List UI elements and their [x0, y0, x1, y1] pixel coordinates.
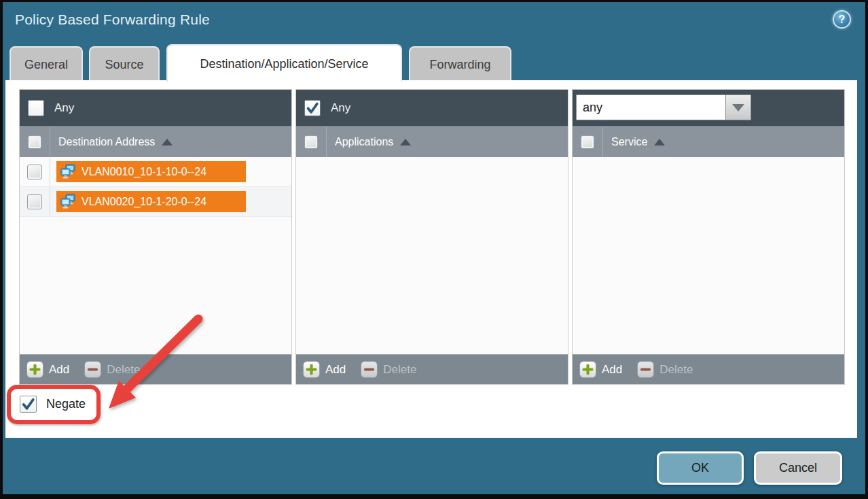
row-checkbox[interactable] [27, 165, 42, 179]
destination-delete-button[interactable]: Delete [84, 361, 140, 378]
applications-column: Any Applications Add D [295, 89, 568, 385]
applications-delete-button[interactable]: Delete [361, 361, 416, 378]
plus-icon [579, 361, 596, 378]
network-address-icon [60, 164, 77, 179]
destination-column-header: Destination Address [20, 126, 291, 157]
service-dropdown-value[interactable]: any [576, 94, 726, 120]
row-checkbox[interactable] [27, 194, 42, 209]
add-label: Add [602, 363, 622, 377]
tab-source[interactable]: Source [89, 46, 160, 82]
destination-address-chip[interactable]: VLAN0010_10-1-10-0--24 [56, 161, 246, 182]
destination-select-all-checkbox[interactable] [28, 135, 41, 149]
destination-header-label[interactable]: Destination Address [58, 136, 155, 148]
applications-list [296, 157, 568, 354]
destination-any-header: Any [20, 90, 291, 126]
tab-destination-application-service-label: Destination/Application/Service [200, 57, 368, 71]
table-row: VLAN0020_10-1-20-0--24 [20, 187, 291, 217]
destination-add-button[interactable]: Add [26, 361, 69, 378]
pbf-rule-dialog: Policy Based Forwarding Rule ? General S… [3, 2, 865, 494]
applications-header-label[interactable]: Applications [335, 136, 393, 148]
service-column-header: Service [573, 126, 844, 157]
tab-forwarding-label: Forwarding [429, 58, 490, 72]
service-column: any Service Add [572, 89, 845, 385]
dialog-title: Policy Based Forwarding Rule [15, 12, 210, 28]
service-dropdown: any [576, 94, 751, 120]
service-add-button[interactable]: Add [579, 361, 622, 378]
tab-content-panel: Any Destination Address [5, 80, 857, 438]
chevron-down-icon [732, 104, 744, 111]
applications-column-header: Applications [296, 126, 568, 157]
destination-address-value: VLAN0020_10-1-20-0--24 [82, 196, 206, 208]
minus-icon [361, 361, 378, 378]
cancel-button[interactable]: Cancel [754, 451, 842, 485]
minus-icon [637, 361, 654, 378]
tab-source-label: Source [105, 58, 143, 72]
applications-add-button[interactable]: Add [303, 361, 346, 378]
sort-ascending-icon [654, 139, 665, 145]
applications-any-checkbox[interactable] [304, 100, 321, 116]
table-row: VLAN0010_10-1-10-0--24 [20, 157, 291, 187]
sort-ascending-icon [400, 139, 411, 145]
applications-any-label: Any [331, 101, 350, 115]
tab-forwarding[interactable]: Forwarding [409, 46, 511, 82]
delete-label: Delete [383, 363, 416, 377]
destination-list: VLAN0010_10-1-10-0--24 [20, 157, 291, 354]
minus-icon [84, 361, 101, 378]
plus-icon [303, 361, 320, 378]
delete-label: Delete [659, 363, 693, 377]
destination-address-value: VLAN0010_10-1-10-0--24 [82, 166, 206, 178]
service-delete-button[interactable]: Delete [637, 361, 693, 378]
service-list [573, 157, 844, 354]
service-select-all-checkbox[interactable] [581, 135, 594, 149]
destination-column: Any Destination Address [19, 89, 292, 385]
sort-ascending-icon [162, 139, 173, 145]
help-icon[interactable]: ? [833, 10, 851, 29]
destination-footer: Add Delete [20, 354, 291, 384]
service-header-label[interactable]: Service [611, 136, 647, 148]
ok-button[interactable]: OK [657, 451, 744, 485]
tab-general[interactable]: General [10, 46, 83, 82]
network-address-icon [60, 194, 77, 209]
service-any-header: any [573, 90, 844, 126]
tab-general-label: General [24, 58, 68, 72]
service-dropdown-button[interactable] [726, 94, 751, 120]
destination-any-label: Any [54, 101, 74, 115]
negate-checkbox[interactable] [20, 396, 37, 413]
applications-select-all-checkbox[interactable] [304, 135, 318, 149]
destination-any-checkbox[interactable] [28, 100, 44, 116]
delete-label: Delete [107, 363, 140, 377]
applications-any-header: Any [296, 90, 568, 126]
plus-icon [26, 361, 43, 378]
service-footer: Add Delete [573, 354, 844, 384]
applications-footer: Add Delete [296, 354, 568, 384]
add-label: Add [325, 363, 346, 377]
negate-row: Negate [20, 396, 86, 413]
tab-destination-application-service[interactable]: Destination/Application/Service [166, 44, 402, 82]
screenshot-frame: Policy Based Forwarding Rule ? General S… [0, 0, 868, 499]
destination-address-chip[interactable]: VLAN0020_10-1-20-0--24 [56, 191, 246, 212]
negate-label: Negate [46, 397, 86, 411]
add-label: Add [49, 363, 69, 377]
